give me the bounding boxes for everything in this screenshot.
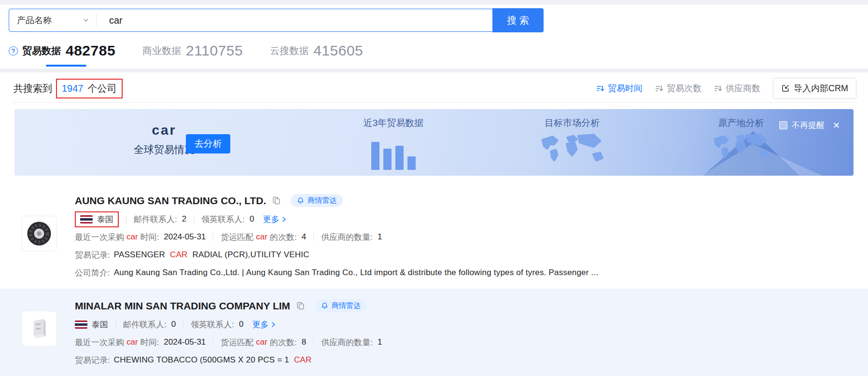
purchase-date: 2024-05-31: [164, 232, 206, 242]
purchase-label: 时间:: [140, 232, 159, 243]
divider: [313, 338, 314, 346]
trade-record-row: 贸易记录: CHEWING TOBACCO (500GMS X 20 PCS =…: [75, 354, 856, 366]
search-button[interactable]: 搜 索: [492, 8, 544, 32]
sort-trade-time[interactable]: 贸易时间: [596, 83, 643, 94]
product-thumbnail[interactable]: [21, 216, 57, 251]
close-icon[interactable]: ✕: [833, 120, 840, 131]
divider: [12, 102, 856, 103]
business-radar-badge[interactable]: 商情雷达: [315, 299, 367, 312]
copy-icon[interactable]: [272, 196, 281, 205]
company-card: MINALAR MIN SAN TRADING COMPANY LIM 商情雷达…: [0, 289, 868, 376]
supplier-count: 1: [378, 232, 382, 242]
tab-label: 商业数据: [142, 44, 181, 57]
country-box: 泰国: [75, 319, 108, 330]
contact-row: 泰国 邮件联系人: 0 领英联系人: 0 更多: [75, 319, 856, 330]
supplier-count: 1: [378, 337, 382, 347]
company-intro-text: Aung Kaung San Trading Co.,Ltd. | Aung K…: [114, 268, 599, 278]
company-name-row: AUNG KAUNG SAN TRADING CO., LTD. 商情雷达: [75, 194, 856, 207]
more-link[interactable]: 更多: [252, 319, 277, 330]
results-panel: 共搜索到 1947 个公司 贸易时间 贸易次数 供应商数: [0, 72, 868, 376]
more-link[interactable]: 更多: [263, 214, 287, 225]
top-strip: [0, 0, 868, 5]
trade-stats-row: 最近一次采购 car 时间: 2024-05-31 货运匹配 car 的次数: …: [75, 231, 856, 243]
company-name-row: MINALAR MIN SAN TRADING COMPANY LIM 商情雷达: [75, 299, 856, 312]
tab-label: 贸易数据: [22, 44, 61, 57]
product-thumbnail[interactable]: [21, 311, 57, 347]
company-name[interactable]: AUNG KAUNG SAN TRADING CO., LTD.: [75, 195, 266, 207]
search-input[interactable]: [97, 9, 493, 31]
divider: [213, 233, 213, 241]
banner-section-trade: 近3年贸易数据: [352, 117, 434, 170]
keyword-highlight: CAR: [294, 355, 312, 364]
tab-label: 云搜数据: [270, 44, 308, 57]
help-icon[interactable]: ?: [9, 46, 18, 56]
tab-trade-data[interactable]: ? 贸易数据 482785: [9, 42, 115, 59]
copy-icon[interactable]: [296, 301, 305, 310]
banner-section-market: 目标市场分析: [526, 117, 618, 170]
trade-record-text: PASSENGER CAR RADIAL (PCR),UTILITY VEHIC: [114, 250, 309, 260]
supplier-label: 供应商的数量:: [321, 232, 373, 243]
linkedin-contacts-label: 领英联系人:: [201, 214, 245, 225]
keyword-highlight: car: [126, 232, 138, 242]
thailand-flag-icon: [75, 320, 87, 329]
results-controls: 贸易时间 贸易次数 供应商数 导入内部CRM: [596, 78, 856, 99]
result-count: 1947: [62, 83, 84, 94]
chevron-right-icon: [281, 216, 287, 223]
search-category-dropdown[interactable]: 产品名称: [9, 9, 96, 31]
badge-label: 商情雷达: [308, 196, 336, 205]
banner-section-title: 目标市场分析: [526, 117, 618, 129]
sort-label: 贸易时间: [608, 83, 643, 94]
sort-trade-count[interactable]: 贸易次数: [655, 83, 701, 94]
keyword-highlight: car: [256, 337, 267, 347]
sort-desc-icon: [655, 84, 663, 93]
divider: [126, 215, 126, 223]
radar-icon: [321, 302, 328, 309]
company-name[interactable]: MINALAR MIN SAN TRADING COMPANY LIM: [75, 300, 290, 312]
radar-icon: [297, 197, 304, 204]
purchase-label: 时间:: [140, 337, 159, 348]
tab-business-data[interactable]: 商业数据 2110755: [142, 42, 243, 59]
import-crm-button[interactable]: 导入内部CRM: [773, 78, 856, 99]
country-highlight-box: 泰国: [75, 211, 119, 227]
promo-banner: car 全球贸易情况 去分析 近3年贸易数据 目标市场分析: [14, 109, 854, 176]
company-intro-row: 公司简介: Aung Kaung San Trading Co.,Ltd. | …: [75, 267, 856, 279]
divider: [115, 320, 116, 328]
keyword-highlight: CAR: [170, 250, 188, 259]
tab-count: 415605: [313, 42, 363, 59]
page: 产品名称 搜 索 ? 贸易数据 482785 商业数据 2110755 云搜数据…: [0, 0, 868, 376]
trade-bar-chart: [352, 133, 434, 170]
trade-stats-row: 最近一次采购 car 时间: 2024-05-31 货运匹配 car 的次数: …: [75, 336, 856, 348]
sort-supplier-count[interactable]: 供应商数: [714, 83, 760, 94]
badge-label: 商情雷达: [332, 301, 361, 310]
freight-label: 的次数:: [270, 337, 297, 348]
world-map-icon: [534, 132, 610, 168]
business-radar-badge[interactable]: 商情雷达: [291, 194, 343, 207]
trade-record-label: 贸易记录:: [75, 355, 110, 366]
purchase-date: 2024-05-31: [164, 337, 206, 347]
search-bar: 产品名称 搜 索: [9, 9, 544, 32]
active-tab-underline: [46, 65, 86, 67]
chevron-down-icon: [83, 17, 89, 24]
purchase-label: 最近一次采购: [75, 232, 124, 243]
freight-label: 货运匹配: [221, 337, 253, 348]
contact-row: 泰国 邮件联系人: 2 领英联系人: 0 更多: [75, 213, 856, 225]
divider: [183, 320, 183, 328]
sort-desc-icon: [596, 84, 604, 93]
trade-record-text: CHEWING TOBACCO (500GMS X 20 PCS = 1 CAR: [114, 355, 314, 365]
tab-count: 482785: [66, 42, 115, 59]
analyze-button[interactable]: 去分析: [186, 134, 230, 153]
product-image: [26, 316, 52, 342]
header: 产品名称 搜 索 ? 贸易数据 482785 商业数据 2110755 云搜数据…: [0, 0, 868, 72]
tab-cloud-data[interactable]: 云搜数据 415605: [270, 42, 363, 59]
company-card: AUNG KAUNG SAN TRADING CO., LTD. 商情雷达 泰国…: [0, 189, 868, 289]
sort-desc-icon: [714, 84, 722, 93]
country-name: 泰国: [92, 319, 108, 330]
chevron-right-icon: [270, 321, 277, 328]
freight-label: 的次数:: [270, 232, 297, 243]
banner-dismiss: 不再提醒 ✕: [779, 120, 840, 131]
divider: [313, 233, 314, 241]
purchase-label: 最近一次采购: [75, 337, 124, 348]
keyword-highlight: car: [256, 232, 267, 242]
result-count-box: 1947 个公司: [56, 79, 123, 98]
dismiss-checkbox[interactable]: [779, 121, 787, 129]
